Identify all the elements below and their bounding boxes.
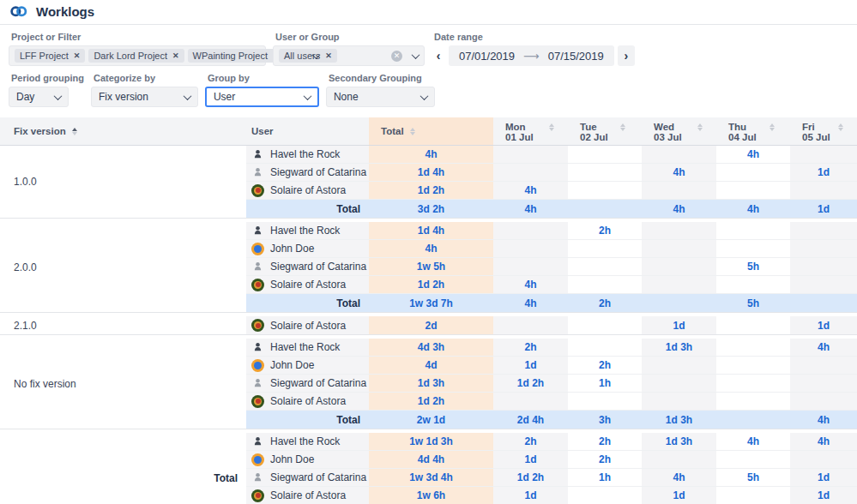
day-value-cell: [493, 240, 568, 257]
user-name: Siegward of Catarina: [270, 261, 366, 273]
group-total-row: Total1w 3d 7h4h2h5h: [246, 294, 857, 312]
day-value-cell: [716, 411, 790, 429]
user-row: John Doe4d 4h1d2h: [246, 451, 857, 469]
day-value-cell: 4h: [493, 276, 568, 293]
fix-version-text: 2.1.0: [14, 320, 37, 332]
user-filter-label: User or Group: [275, 32, 425, 42]
column-header-day[interactable]: Tue02 Jul: [568, 117, 642, 145]
user-name: Solaire of Astora: [270, 184, 346, 196]
column-header-user[interactable]: User: [246, 117, 369, 145]
sort-down-arrow: [769, 128, 775, 131]
user-filter-field: User or Group All users ✕ ✕: [273, 32, 425, 66]
day-value-cell: [716, 357, 790, 374]
column-header-day[interactable]: Mon01 Jul: [493, 117, 568, 145]
day-value-cell: [790, 294, 857, 312]
day-value-cell: [568, 164, 642, 181]
chevron-down-icon: [420, 92, 429, 100]
total-value-cell: 4d 4h: [369, 451, 493, 468]
project-filter-label: Project or Filter: [11, 32, 266, 42]
fix-version-label: 2.0.0: [0, 222, 246, 312]
day-value-cell: 1d 3h: [642, 339, 716, 356]
next-period-button[interactable]: ›: [618, 45, 635, 66]
day-value-cell: [716, 487, 790, 504]
sort-icon: [549, 123, 554, 131]
secondary-grouping-field: Secondary Grouping None: [326, 73, 435, 107]
user-name: Solaire of Astora: [270, 395, 346, 407]
column-header-day[interactable]: Thu04 Jul: [716, 117, 790, 145]
sort-icon: [620, 123, 625, 131]
column-header-day[interactable]: Wed03 Jul: [642, 117, 716, 145]
day-date: 05 Jul: [802, 132, 843, 142]
day-value-cell: [493, 393, 568, 410]
day-value-cell: [716, 451, 790, 468]
chip-remove-icon[interactable]: ✕: [325, 51, 332, 60]
avatar-siegward-icon: [251, 166, 264, 179]
sort-icon: [769, 123, 775, 131]
project-chip: WPainting Project ✕: [188, 49, 285, 63]
sort-up-arrow: [620, 123, 625, 127]
group-by-select[interactable]: User: [205, 87, 319, 107]
clear-icon[interactable]: ✕: [391, 51, 402, 62]
avatar-havel-icon: [251, 148, 264, 161]
sort-down-arrow: [838, 128, 843, 131]
avatar-havel-icon: [251, 341, 264, 354]
day-header: Thu04 Jul: [728, 120, 775, 142]
avatar-solaire-icon: [251, 489, 264, 502]
user-name: Solaire of Astora: [270, 320, 346, 332]
day-value-cell: 1d 2h: [493, 469, 568, 486]
period-grouping-label: Period grouping: [11, 73, 84, 83]
day-value-cell: [642, 258, 716, 275]
fix-version-group: No fix versionHavel the Rock4d 3h2h1d 3h…: [0, 339, 857, 429]
day-value-cell: 1d: [790, 164, 857, 181]
column-header-fix-version[interactable]: Fix version: [0, 117, 246, 145]
day-value-cell: 4h: [493, 200, 568, 218]
user-cell: John Doe: [246, 357, 369, 374]
day-value-cell: [493, 316, 568, 334]
sort-up-arrow: [838, 123, 843, 127]
user-filter-select[interactable]: All users ✕ ✕: [273, 45, 425, 66]
avatar-john-icon: [251, 243, 264, 255]
sort-down-arrow: [72, 132, 77, 135]
project-filter-select[interactable]: LFF Project ✕ Dark Lord Project ✕ WPaint…: [9, 45, 266, 66]
day-value-cell: 1d 3h: [642, 411, 716, 429]
day-value-cell: [568, 258, 642, 275]
sort-up-arrow: [697, 123, 703, 127]
user-cell: Siegward of Catarina: [246, 469, 369, 486]
worklogs-table: Fix versionUserTotalMon01 JulTue02 JulWe…: [0, 117, 857, 504]
day-value-cell: 1d: [642, 487, 716, 504]
chip-remove-icon[interactable]: ✕: [74, 51, 81, 60]
avatar-havel-icon: [251, 225, 264, 237]
day-value-cell: [790, 240, 857, 257]
date-range-end: 07/15/2019: [548, 50, 604, 63]
worklogs-logo-icon: [10, 5, 27, 19]
column-header-total[interactable]: Total: [369, 117, 493, 145]
categorize-by-select[interactable]: Fix version: [91, 87, 198, 107]
group-rows: Solaire of Astora2d1d1d: [246, 316, 857, 334]
period-grouping-select[interactable]: Day: [9, 87, 69, 107]
user-name: John Doe: [270, 243, 314, 255]
day-value-cell: [642, 276, 716, 293]
day-value-cell: [642, 375, 716, 392]
total-value-cell: 4d: [369, 357, 493, 374]
total-value-cell: 4h: [369, 146, 493, 163]
avatar-havel-icon: [251, 435, 264, 448]
sort-up-arrow: [72, 128, 77, 131]
day-value-cell: [642, 393, 716, 410]
day-value-cell: 1d: [790, 469, 857, 486]
user-cell: Havel the Rock: [246, 222, 369, 239]
column-header-day[interactable]: Fri05 Jul: [790, 117, 857, 145]
prev-period-button[interactable]: ‹: [432, 49, 445, 63]
day-value-cell: 2h: [568, 222, 642, 239]
total-value-cell: 1d 2h: [369, 393, 493, 410]
date-range-input[interactable]: 07/01/2019 ⟶ 07/15/2019: [449, 45, 614, 66]
total-row-label: Total: [246, 200, 369, 218]
day-value-cell: [790, 276, 857, 293]
day-value-cell: [568, 393, 642, 410]
day-value-cell: [568, 200, 642, 218]
day-value-cell: [642, 146, 716, 163]
day-of-week: Tue: [580, 122, 625, 132]
user-row: John Doe4d1d2h: [246, 357, 857, 375]
chip-remove-icon[interactable]: ✕: [172, 51, 179, 60]
secondary-grouping-select[interactable]: None: [326, 87, 435, 107]
day-value-cell: [716, 316, 790, 334]
